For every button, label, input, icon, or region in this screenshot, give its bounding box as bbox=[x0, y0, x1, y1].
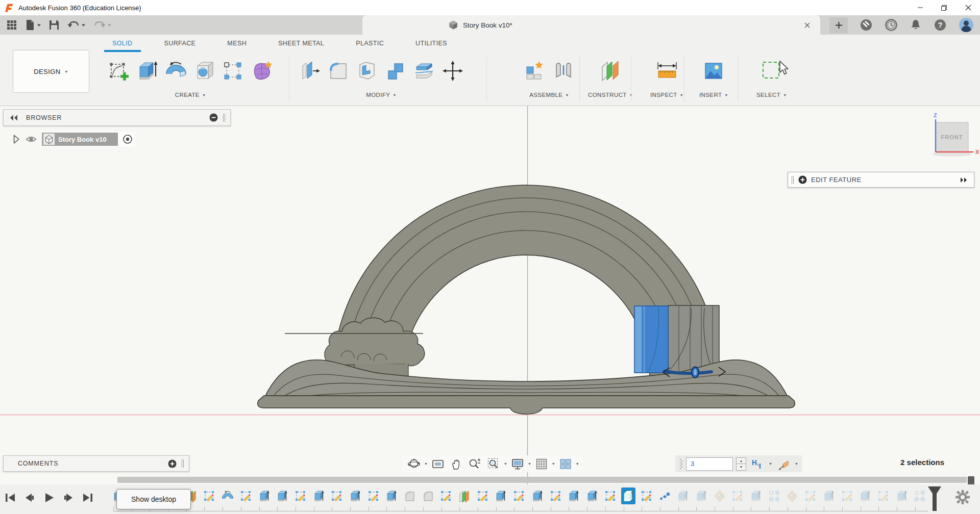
app-grid-menu-button[interactable] bbox=[4, 17, 19, 33]
save-button[interactable] bbox=[46, 17, 62, 33]
help-icon[interactable]: ? bbox=[934, 18, 947, 32]
fit-dropdown[interactable]: ▼ bbox=[504, 462, 507, 466]
minimize-button[interactable] bbox=[908, 0, 932, 15]
timeline-feature-pattern[interactable] bbox=[914, 489, 925, 503]
orbit-dropdown[interactable]: ▼ bbox=[424, 462, 428, 466]
timeline-feature-sketch[interactable] bbox=[240, 489, 252, 503]
timeline-feature-extrude[interactable] bbox=[532, 489, 543, 503]
display-settings-button[interactable] bbox=[509, 456, 526, 472]
create-form-button[interactable] bbox=[250, 55, 274, 87]
play-button[interactable] bbox=[42, 491, 56, 504]
widget-grip[interactable] bbox=[679, 458, 683, 470]
activate-component-icon[interactable] bbox=[121, 133, 134, 146]
timeline-feature-sketch[interactable] bbox=[550, 489, 561, 503]
value-stepper[interactable]: ▲▼ bbox=[736, 457, 746, 471]
document-tab[interactable]: Story Book v10* bbox=[362, 15, 820, 35]
rectangular-pattern-button[interactable] bbox=[222, 55, 245, 87]
timeline-feature-extrude[interactable] bbox=[495, 489, 506, 503]
move-copy-button[interactable] bbox=[441, 55, 464, 87]
construct-menu[interactable]: CONSTRUCT▼ bbox=[588, 92, 633, 98]
right-tower-body[interactable] bbox=[668, 305, 719, 373]
timeline-feature-extrude[interactable] bbox=[860, 489, 871, 503]
timeline-feature-pattern[interactable] bbox=[769, 489, 780, 503]
timeline-feature-sketch[interactable] bbox=[368, 489, 379, 503]
timeline-feature-extrude[interactable] bbox=[896, 489, 908, 503]
timeline-feature-sketch[interactable] bbox=[878, 489, 889, 503]
timeline-feature-extrude[interactable] bbox=[623, 489, 634, 503]
create-menu[interactable]: CREATE▼ bbox=[175, 92, 206, 98]
timeline-feature-extrude[interactable] bbox=[259, 489, 270, 503]
expand-panel-icon[interactable] bbox=[959, 176, 969, 184]
ribbon-tab-sheet-metal[interactable]: SHEET METAL bbox=[276, 39, 326, 48]
timeline-feature-sketch[interactable] bbox=[732, 489, 743, 503]
timeline-feature-extrude[interactable] bbox=[313, 489, 325, 503]
new-tab-button[interactable] bbox=[829, 17, 848, 33]
timeline-feature-extrude[interactable] bbox=[277, 489, 288, 503]
viewports-button[interactable] bbox=[557, 456, 574, 472]
hole-button[interactable] bbox=[193, 55, 216, 87]
minimize-panel-icon[interactable] bbox=[209, 113, 218, 122]
go-to-start-button[interactable] bbox=[4, 491, 17, 504]
timeline-feature-fillet[interactable] bbox=[404, 489, 415, 503]
close-window-button[interactable] bbox=[956, 0, 980, 15]
timeline-feature-revolve[interactable] bbox=[222, 489, 233, 503]
extensions-icon[interactable] bbox=[860, 18, 873, 32]
timeline-feature-sketch[interactable] bbox=[295, 489, 306, 503]
close-tab-button[interactable] bbox=[802, 20, 812, 30]
book-pages[interactable] bbox=[265, 360, 787, 396]
look-at-button[interactable] bbox=[429, 456, 447, 472]
timeline-position-marker[interactable] bbox=[927, 486, 942, 512]
notification-bell-icon[interactable] bbox=[910, 18, 922, 32]
timeline-feature-sketch[interactable] bbox=[477, 489, 488, 503]
panel-grip[interactable] bbox=[182, 459, 184, 468]
go-to-end-button[interactable] bbox=[81, 491, 94, 504]
timeline-feature-hole[interactable] bbox=[714, 489, 725, 503]
book-cover[interactable] bbox=[258, 396, 795, 414]
selected-body[interactable] bbox=[634, 306, 668, 373]
file-menu-button[interactable] bbox=[22, 17, 43, 33]
timeline-feature-fillet[interactable] bbox=[423, 489, 434, 503]
display-dropdown[interactable]: ▼ bbox=[528, 462, 531, 466]
timeline-feature-plane[interactable] bbox=[459, 489, 470, 503]
comments-panel-header[interactable]: COMMENTS bbox=[3, 455, 189, 472]
ribbon-tab-utilities[interactable]: UTILITIES bbox=[413, 39, 449, 48]
extrude-button[interactable] bbox=[136, 55, 159, 87]
panel-grip[interactable] bbox=[792, 176, 794, 184]
measure-button[interactable] bbox=[655, 55, 679, 87]
timeline-feature-extrude[interactable] bbox=[696, 489, 707, 503]
combine-button[interactable] bbox=[384, 55, 407, 87]
create-sketch-button[interactable] bbox=[107, 55, 131, 87]
ribbon-tab-solid[interactable]: SOLID bbox=[110, 39, 135, 48]
assemble-menu[interactable]: ASSEMBLE▼ bbox=[529, 92, 569, 98]
viewport-canvas[interactable]: BROWSER Story Book v10 EDIT FEATURE FRON… bbox=[0, 106, 980, 484]
timeline-feature-extrude[interactable] bbox=[586, 489, 598, 503]
visibility-eye-icon[interactable] bbox=[24, 133, 38, 145]
collapse-panel-icon[interactable] bbox=[9, 114, 19, 122]
timeline-feature-extrude[interactable] bbox=[386, 489, 397, 503]
modify-menu[interactable]: MODIFY▼ bbox=[366, 92, 396, 98]
dimension-mode-button[interactable] bbox=[749, 456, 766, 472]
construct-plane-button[interactable] bbox=[599, 55, 622, 87]
insert-menu[interactable]: INSERT▼ bbox=[699, 92, 728, 98]
timeline-scrollbar[interactable] bbox=[117, 477, 967, 483]
step-forward-button[interactable] bbox=[62, 491, 75, 504]
workspace-selector[interactable]: DESIGN▼ bbox=[13, 50, 89, 93]
viewcube-face-label[interactable]: FRONT bbox=[941, 134, 963, 140]
restore-button[interactable] bbox=[932, 0, 956, 15]
timeline-feature-sketch[interactable] bbox=[805, 489, 816, 503]
stepper-up-icon[interactable]: ▲ bbox=[736, 457, 746, 464]
fillet-button[interactable] bbox=[327, 55, 350, 87]
revolve-button[interactable] bbox=[164, 55, 188, 87]
timeline-feature-sketch[interactable] bbox=[605, 489, 616, 503]
add-comment-icon[interactable] bbox=[168, 459, 177, 468]
ribbon-tab-plastic[interactable]: PLASTIC bbox=[354, 39, 386, 48]
undo-button[interactable] bbox=[65, 17, 88, 33]
timeline-feature-extrude[interactable] bbox=[677, 489, 689, 503]
inspect-menu[interactable]: INSPECT▼ bbox=[650, 92, 683, 98]
job-status-icon[interactable] bbox=[885, 18, 898, 32]
grid-dropdown[interactable]: ▼ bbox=[552, 462, 555, 466]
timeline-feature-sketch[interactable] bbox=[842, 489, 853, 503]
zoom-button[interactable] bbox=[466, 456, 483, 472]
avatar[interactable] bbox=[959, 17, 974, 33]
value-spinner-input[interactable] bbox=[686, 457, 733, 471]
